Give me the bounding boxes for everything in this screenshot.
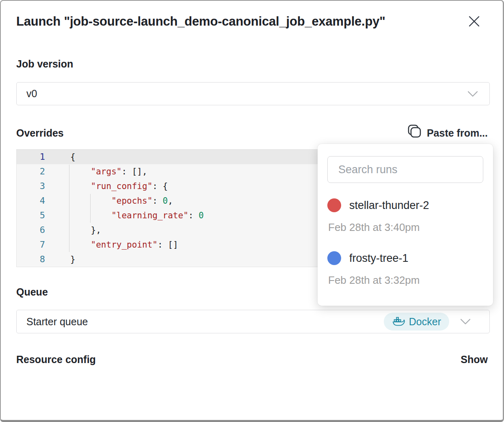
chevron-down-icon <box>460 316 471 328</box>
code-text: "run_config": { <box>45 179 168 194</box>
run-item[interactable]: frosty-tree-1Feb 28th at 3:32pm <box>327 251 483 286</box>
line-number: 8 <box>17 252 45 267</box>
run-item[interactable]: stellar-thunder-2Feb 28th at 3:40pm <box>327 198 483 233</box>
code-text: } <box>45 252 76 267</box>
line-number: 3 <box>17 179 45 194</box>
queue-value: Starter queue <box>26 316 88 328</box>
paste-from-button[interactable]: Paste from... <box>406 124 488 142</box>
docker-badge: Docker <box>384 313 449 331</box>
close-button[interactable] <box>468 15 480 27</box>
job-version-label: Job version <box>16 58 73 70</box>
run-color-dot <box>327 251 341 265</box>
run-name: frosty-tree-1 <box>349 252 409 265</box>
copy-icon <box>406 124 422 142</box>
indent-guide <box>69 165 69 252</box>
modal-title: Launch "job-source-launch_demo-canonical… <box>16 14 385 29</box>
resource-config-row: Resource config Show <box>16 354 488 365</box>
line-number: 2 <box>17 164 45 179</box>
code-text: }, <box>45 223 101 237</box>
code-text: "entry_point": [] <box>45 237 178 252</box>
resource-config-label: Resource config <box>16 354 96 365</box>
modal-header: Launch "job-source-launch_demo-canonical… <box>16 14 480 29</box>
code-text: { <box>45 150 76 164</box>
queue-select[interactable]: Starter queue Docker <box>16 310 490 333</box>
job-version-value: v0 <box>26 88 37 100</box>
run-date: Feb 28th at 3:32pm <box>328 274 483 286</box>
line-number: 4 <box>17 194 45 208</box>
line-number: 5 <box>17 208 45 223</box>
queue-label: Queue <box>16 286 48 298</box>
overrides-label: Overrides <box>16 127 64 139</box>
docker-whale-icon <box>392 316 405 327</box>
show-resource-config-button[interactable]: Show <box>461 354 488 365</box>
run-date: Feb 28th at 3:40pm <box>328 221 483 233</box>
paste-from-popup: stellar-thunder-2Feb 28th at 3:40pmfrost… <box>318 144 493 306</box>
code-text: "args": [], <box>45 164 147 179</box>
docker-badge-label: Docker <box>409 316 441 328</box>
launch-modal: Launch "job-source-launch_demo-canonical… <box>0 0 504 422</box>
search-runs-input[interactable] <box>327 156 483 183</box>
code-text: "epochs": 0, <box>45 194 173 208</box>
overrides-header-row: Overrides Paste from... <box>16 124 488 142</box>
job-version-select[interactable]: v0 <box>16 82 490 105</box>
line-number: 1 <box>17 150 45 164</box>
chevron-down-icon <box>467 88 478 100</box>
close-icon <box>468 22 480 28</box>
indent-guide <box>90 194 91 223</box>
line-number: 6 <box>17 223 45 237</box>
run-name: stellar-thunder-2 <box>349 199 429 212</box>
run-list: stellar-thunder-2Feb 28th at 3:40pmfrost… <box>327 198 483 286</box>
paste-from-label: Paste from... <box>427 127 488 139</box>
line-number: 7 <box>17 237 45 252</box>
run-color-dot <box>327 198 341 212</box>
